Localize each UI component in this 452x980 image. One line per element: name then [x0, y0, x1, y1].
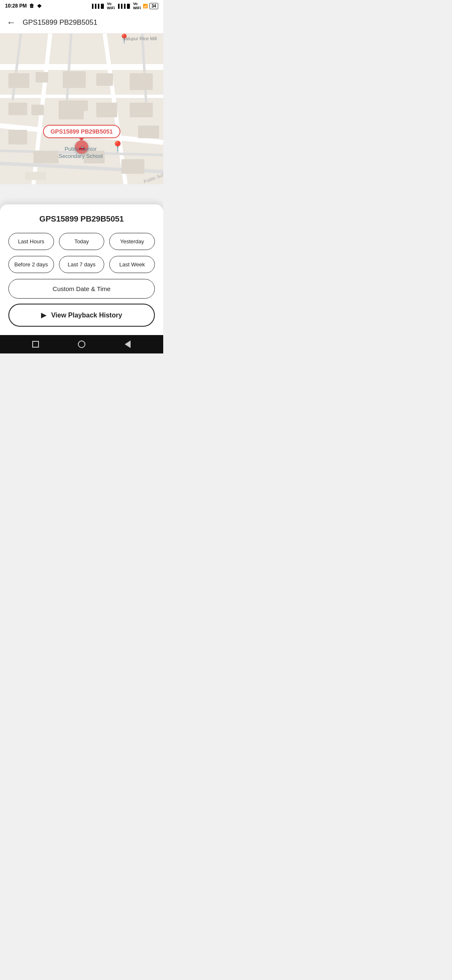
time-filter-row1: Last Hours Today Yesterday — [8, 233, 155, 250]
signal2-icon: ▐▐▐▐▌ — [117, 4, 131, 8]
vo-wifi-label: VoWiFi — [107, 2, 115, 10]
svg-rect-19 — [138, 126, 159, 138]
svg-rect-24 — [96, 103, 117, 117]
nav-bar — [0, 335, 163, 353]
svg-rect-15 — [31, 105, 44, 115]
view-playback-btn[interactable]: ▶ View Playback History — [8, 304, 155, 327]
before-2days-btn[interactable]: Before 2 days — [8, 256, 54, 273]
svg-rect-17 — [130, 73, 153, 90]
signal-icon: ▐▐▐▐▌ — [90, 4, 105, 8]
svg-rect-25 — [96, 73, 113, 86]
svg-rect-26 — [25, 172, 46, 180]
back-button[interactable]: ← — [7, 17, 16, 28]
svg-rect-21 — [33, 151, 59, 163]
status-time: 10:28 PM — [5, 3, 27, 9]
svg-rect-13 — [63, 71, 86, 88]
nav-home-btn[interactable] — [77, 340, 86, 349]
bottom-card: GPS15899 PB29B5051 Last Hours Today Yest… — [0, 204, 163, 335]
yesterday-btn[interactable]: Yesterday — [109, 233, 155, 250]
svg-rect-11 — [8, 73, 29, 88]
recents-icon — [32, 341, 39, 348]
svg-rect-18 — [130, 103, 153, 117]
school-label: Public SeniorSecondary School — [59, 146, 103, 160]
svg-rect-12 — [36, 72, 48, 83]
custom-datetime-btn[interactable]: Custom Date & Time — [8, 279, 155, 299]
play-icon: ▶ — [41, 311, 46, 319]
map-background — [0, 34, 163, 184]
dropbox-icon: ❖ — [37, 3, 42, 9]
battery-icon: 34 — [149, 3, 158, 9]
card-title: GPS15899 PB29B5051 — [8, 214, 155, 224]
header-title: GPS15899 PB29B5051 — [23, 18, 98, 27]
back-icon — [125, 340, 131, 348]
rice-mill-label: Salupur Rice Mill — [122, 36, 157, 41]
trash-icon: 🗑 — [29, 3, 34, 9]
svg-rect-14 — [8, 103, 27, 115]
wifi-icon: 📶 — [143, 4, 148, 8]
nav-recents-btn[interactable] — [31, 340, 40, 349]
svg-rect-23 — [73, 101, 88, 111]
today-btn[interactable]: Today — [59, 233, 105, 250]
nav-back-btn[interactable] — [123, 340, 132, 349]
school-location-pin: 📍 — [111, 140, 124, 153]
vo-wifi2-label: VoWiFi — [133, 2, 141, 10]
last-week-btn[interactable]: Last Week — [109, 256, 155, 273]
home-icon — [78, 340, 85, 348]
gps-map-label: GPS15899 PB29B5051 — [43, 125, 121, 138]
svg-rect-20 — [8, 130, 27, 144]
playback-label: View Playback History — [51, 312, 122, 319]
svg-rect-27 — [121, 159, 144, 174]
map-area: 📍 Salupur Rice Mill GPS15899 PB29B5051 🚗… — [0, 34, 163, 184]
status-bar: 10:28 PM 🗑 ❖ ▐▐▐▐▌ VoWiFi ▐▐▐▐▌ VoWiFi 📶… — [0, 0, 163, 12]
time-filter-row2: Before 2 days Last 7 days Last Week — [8, 256, 155, 273]
header: ← GPS15899 PB29B5051 — [0, 12, 163, 34]
last-7days-btn[interactable]: Last 7 days — [59, 256, 105, 273]
last-hours-btn[interactable]: Last Hours — [8, 233, 54, 250]
